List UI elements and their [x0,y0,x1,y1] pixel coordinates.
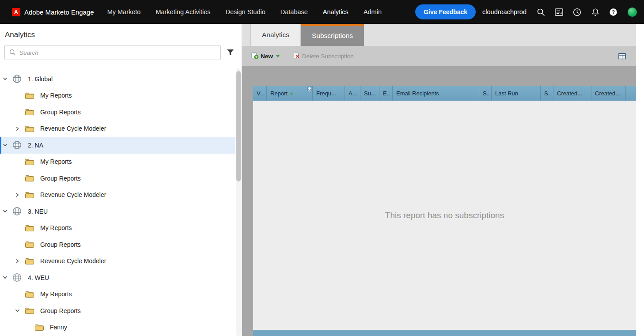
chevron-right-icon[interactable] [15,193,25,197]
column-header-v[interactable]: V... [253,86,267,101]
tree-node-label: 4. WEU [28,274,49,281]
search-icon[interactable] [532,3,550,21]
tree-row-my-reports[interactable]: My Reports [0,87,235,104]
column-header-report[interactable]: Report [267,86,313,101]
tree-row-fanny[interactable]: Fanny [0,319,235,336]
search-input[interactable] [4,45,221,60]
column-header-s[interactable]: S... [479,86,492,101]
nav-item-database[interactable]: Database [273,0,315,24]
tree-row-my-reports[interactable]: My Reports [0,286,235,303]
chevron-down-icon[interactable] [3,143,12,147]
tree-node-label: Revenue Cycle Modeler [40,191,106,198]
sidebar-title: Analytics [5,30,242,39]
folder-icon [25,191,35,199]
column-header-email-recipients[interactable]: Email Recipients [393,86,479,101]
tab-label: Analytics [262,31,289,39]
workspace-icon [12,273,23,282]
tab-subscriptions[interactable]: Subscriptions [301,24,364,46]
adobe-logo-icon[interactable]: A [12,8,20,16]
delete-subscription-button[interactable]: Delete Subscription [293,52,354,60]
columns-icon[interactable] [618,53,626,60]
folder-icon [25,224,35,232]
tab-analytics[interactable]: Analytics [250,24,301,46]
nav-item-my-marketo[interactable]: My Marketo [100,0,148,24]
tree-row-4-weu[interactable]: 4. WEU [0,269,235,286]
tree-node-label: 2. NA [28,142,43,149]
column-label: E... [383,90,390,97]
tree-node-label: Fanny [50,324,67,331]
chevron-down-icon[interactable] [3,76,12,81]
tree-row-my-reports[interactable]: My Reports [0,220,235,237]
tree-node-label: 1. Global [28,76,53,83]
clock-icon[interactable] [568,3,586,21]
tree-row-group-reports[interactable]: Group Reports [0,170,235,187]
folder-icon [25,174,35,182]
sidebar-scrollbar[interactable] [236,68,241,336]
folder-icon [25,241,35,248]
column-header-s[interactable]: S... [541,86,553,101]
scrollbar-thumb[interactable] [236,71,241,181]
column-header-last-run[interactable]: Last Run [492,86,541,101]
form-icon[interactable] [550,3,568,21]
table-header: V...ReportFrequ...A...Su...E...Email Rec… [253,86,636,101]
tree-row-my-reports[interactable]: My Reports [0,154,235,170]
right-gutter [636,24,644,336]
chevron-down-icon[interactable] [3,275,12,280]
tree-node-label: My Reports [40,158,72,165]
chevron-right-icon[interactable] [15,126,25,131]
column-label: Su... [364,90,376,97]
tree-node-label: Revenue Cycle Modeler [40,125,106,132]
help-icon[interactable]: ? [604,3,622,21]
column-header-a[interactable]: A... [345,86,360,101]
delete-icon [293,52,300,60]
tree-node-label: My Reports [40,224,72,231]
folder-icon [25,108,35,116]
tree-row-revenue-cycle-modeler[interactable]: Revenue Cycle Modeler [0,253,235,270]
tree-row-3-neu[interactable]: 3. NEU [0,203,235,220]
folder-icon [25,291,35,298]
filter-icon[interactable] [224,49,236,56]
chevron-down-icon[interactable] [15,308,25,313]
chevron-right-icon[interactable] [15,259,25,264]
tree-row-group-reports[interactable]: Group Reports [0,236,235,253]
tree-node-label: Group Reports [40,109,81,116]
tree-row-revenue-cycle-modeler[interactable]: Revenue Cycle Modeler [0,121,235,137]
search-box [4,45,221,60]
tree-row-1-global[interactable]: 1. Global [0,71,235,87]
new-button-label: New [261,53,273,60]
folder-icon [25,158,35,166]
app-body: Analytics 1. GlobalMy ReportsGroup Repor… [0,24,644,336]
folder-icon [25,307,35,314]
content-panel: V...ReportFrequ...A...Su...E...Email Rec… [242,66,636,336]
column-header-su[interactable]: Su... [360,86,379,101]
chevron-down-icon[interactable] [3,209,12,214]
avatar[interactable] [628,8,637,17]
column-label: Created... [557,90,582,97]
bell-icon[interactable] [586,3,604,21]
tree-node-label: Revenue Cycle Modeler [40,257,106,264]
nav-item-design-studio[interactable]: Design Studio [218,0,273,24]
brand: A Adobe Marketo Engage [0,8,100,16]
column-header-filler [626,86,636,101]
column-header-created[interactable]: Created... [553,86,591,101]
column-menu-icon[interactable] [307,87,312,91]
give-feedback-button[interactable]: Give Feedback [415,4,476,19]
column-label: Email Recipients [396,90,439,97]
tree-row-group-reports[interactable]: Group Reports [0,302,235,319]
nav-item-analytics[interactable]: Analytics [315,0,356,24]
nav-item-marketing-activities[interactable]: Marketing Activities [148,0,218,24]
column-header-e[interactable]: E... [379,86,393,101]
new-button[interactable]: New [251,52,280,61]
folder-icon [25,125,35,132]
table-body: This report has no subscriptions [253,101,636,330]
topbar-nav: My MarketoMarketing ActivitiesDesign Stu… [100,0,389,24]
nav-item-admin[interactable]: Admin [356,0,389,24]
tree-node-label: Group Reports [40,241,81,248]
main-panel: AnalyticsSubscriptions New Delete Subscr… [242,24,636,336]
tree-row-group-reports[interactable]: Group Reports [0,104,235,121]
pagination-bar [253,330,636,336]
tree-row-revenue-cycle-modeler[interactable]: Revenue Cycle Modeler [0,187,235,204]
column-header-frequ[interactable]: Frequ... [313,86,345,101]
tree-row-2-na[interactable]: 2. NA [0,137,235,154]
column-header-created[interactable]: Created... [591,86,626,101]
